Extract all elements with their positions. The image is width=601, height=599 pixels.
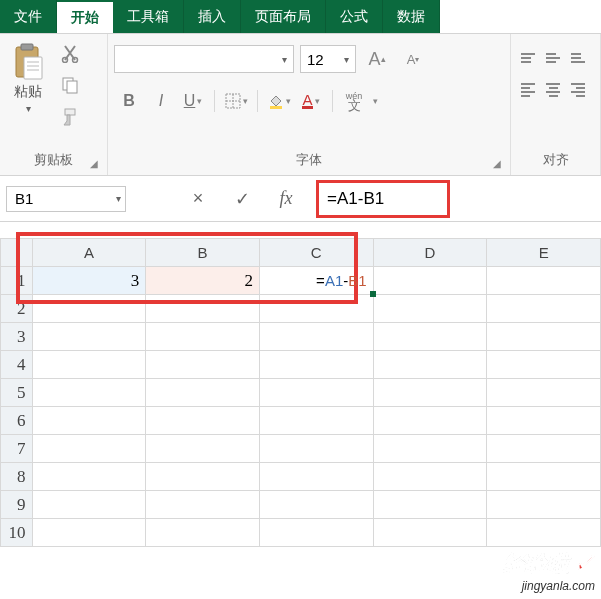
cell-A5[interactable]: [32, 379, 146, 407]
formula-input[interactable]: =A1-B1: [316, 180, 450, 218]
group-label-font: 字体 ◢: [114, 147, 504, 175]
copy-button[interactable]: [58, 73, 82, 97]
cell-B9[interactable]: [146, 491, 260, 519]
cell-A9[interactable]: [32, 491, 146, 519]
cell-D3[interactable]: [373, 323, 487, 351]
cell-D10[interactable]: [373, 519, 487, 547]
underline-button[interactable]: U▾: [178, 87, 208, 115]
cell-C9[interactable]: [259, 491, 373, 519]
x-icon: ×: [193, 188, 204, 209]
menu-page-layout[interactable]: 页面布局: [241, 0, 326, 33]
confirm-formula-button[interactable]: ✓: [220, 185, 264, 213]
cell-A3[interactable]: [32, 323, 146, 351]
cell-C5[interactable]: [259, 379, 373, 407]
group-label-clipboard: 剪贴板 ◢: [6, 147, 101, 175]
align-left-button[interactable]: [517, 79, 539, 101]
fill-color-button[interactable]: ▾: [264, 87, 294, 115]
cell-E5[interactable]: [487, 379, 601, 407]
insert-function-button[interactable]: fx: [264, 185, 308, 213]
cell-B4[interactable]: [146, 351, 260, 379]
check-icon: ✓: [235, 188, 250, 210]
cell-E8[interactable]: [487, 463, 601, 491]
clipboard-launcher-icon[interactable]: ◢: [90, 158, 98, 169]
cell-C1[interactable]: =A1-B1: [259, 267, 373, 295]
menu-toolbox[interactable]: 工具箱: [113, 0, 184, 33]
row-header-8[interactable]: 8: [1, 463, 33, 491]
cell-C8[interactable]: [259, 463, 373, 491]
cell-B5[interactable]: [146, 379, 260, 407]
cell-C3[interactable]: [259, 323, 373, 351]
menu-home[interactable]: 开始: [57, 0, 113, 33]
cell-A10[interactable]: [32, 519, 146, 547]
font-color-button[interactable]: A▾: [296, 87, 326, 115]
format-painter-button[interactable]: [58, 105, 82, 129]
cell-B6[interactable]: [146, 407, 260, 435]
row-header-6[interactable]: 6: [1, 407, 33, 435]
cell-B10[interactable]: [146, 519, 260, 547]
align-middle-button[interactable]: [542, 47, 564, 69]
bold-button[interactable]: B: [114, 87, 144, 115]
cell-B3[interactable]: [146, 323, 260, 351]
watermark: 经验啦 ✓ jingyanla.com: [503, 548, 595, 593]
cell-D8[interactable]: [373, 463, 487, 491]
align-right-button[interactable]: [567, 79, 589, 101]
cancel-formula-button[interactable]: ×: [176, 185, 220, 213]
name-box[interactable]: B1 ▾: [6, 186, 126, 212]
row-header-5[interactable]: 5: [1, 379, 33, 407]
cut-button[interactable]: [58, 41, 82, 65]
row-header-4[interactable]: 4: [1, 351, 33, 379]
menu-formulas[interactable]: 公式: [326, 0, 383, 33]
chevron-down-icon: ▾: [116, 193, 121, 204]
cell-D2[interactable]: [373, 295, 487, 323]
ribbon-group-font: ▾ 12 ▾ A▴ A▾ B I U▾ ▾ ▾: [108, 34, 511, 175]
cell-B7[interactable]: [146, 435, 260, 463]
row-header-7[interactable]: 7: [1, 435, 33, 463]
cell-D4[interactable]: [373, 351, 487, 379]
cell-E2[interactable]: [487, 295, 601, 323]
cell-A8[interactable]: [32, 463, 146, 491]
cell-E4[interactable]: [487, 351, 601, 379]
cell-A4[interactable]: [32, 351, 146, 379]
grow-font-button[interactable]: A▴: [362, 45, 392, 73]
cell-C4[interactable]: [259, 351, 373, 379]
shrink-font-button[interactable]: A▾: [398, 45, 428, 73]
cell-C7[interactable]: [259, 435, 373, 463]
align-center-button[interactable]: [542, 79, 564, 101]
paste-button[interactable]: 粘贴 ▾: [6, 39, 50, 118]
font-color-icon: A: [302, 94, 312, 109]
phonetic-guide-button[interactable]: wén 文: [339, 87, 369, 115]
font-family-select[interactable]: ▾: [114, 45, 294, 73]
border-button[interactable]: ▾: [221, 87, 251, 115]
cell-D5[interactable]: [373, 379, 487, 407]
row-header-9[interactable]: 9: [1, 491, 33, 519]
cell-D1[interactable]: [373, 267, 487, 295]
cell-A6[interactable]: [32, 407, 146, 435]
svg-rect-1: [21, 44, 33, 50]
cell-E1[interactable]: [487, 267, 601, 295]
menu-file[interactable]: 文件: [0, 0, 57, 33]
cell-E6[interactable]: [487, 407, 601, 435]
menu-data[interactable]: 数据: [383, 0, 440, 33]
col-header-D[interactable]: D: [373, 239, 487, 267]
cell-E10[interactable]: [487, 519, 601, 547]
row-header-10[interactable]: 10: [1, 519, 33, 547]
cell-E7[interactable]: [487, 435, 601, 463]
border-icon: [225, 93, 241, 109]
cell-E3[interactable]: [487, 323, 601, 351]
cell-A7[interactable]: [32, 435, 146, 463]
italic-button[interactable]: I: [146, 87, 176, 115]
cell-D7[interactable]: [373, 435, 487, 463]
cell-C6[interactable]: [259, 407, 373, 435]
menu-insert[interactable]: 插入: [184, 0, 241, 33]
col-header-E[interactable]: E: [487, 239, 601, 267]
cell-C10[interactable]: [259, 519, 373, 547]
cell-E9[interactable]: [487, 491, 601, 519]
cell-B8[interactable]: [146, 463, 260, 491]
font-launcher-icon[interactable]: ◢: [493, 158, 501, 169]
cell-D6[interactable]: [373, 407, 487, 435]
font-size-select[interactable]: 12 ▾: [300, 45, 356, 73]
align-top-button[interactable]: [517, 47, 539, 69]
row-header-3[interactable]: 3: [1, 323, 33, 351]
cell-D9[interactable]: [373, 491, 487, 519]
align-bottom-button[interactable]: [567, 47, 589, 69]
